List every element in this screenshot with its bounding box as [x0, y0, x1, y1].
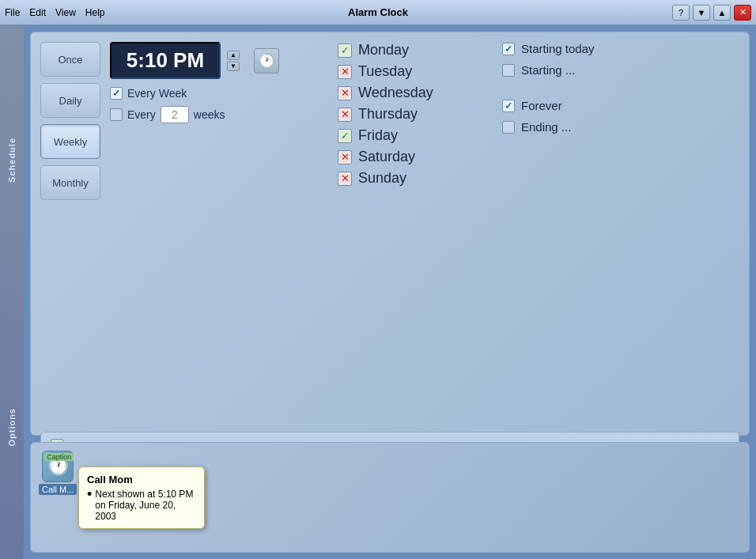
- sunday-label: Sunday: [358, 170, 406, 187]
- window-controls[interactable]: ? ▼ ▲ ✕: [672, 5, 751, 21]
- day-friday: ✓ Friday: [338, 127, 496, 144]
- once-button[interactable]: Once: [40, 42, 100, 77]
- forever-row: ✓ Forever: [502, 99, 739, 112]
- sidebar-tab-schedule[interactable]: Schedule: [4, 131, 20, 189]
- ending-label: Ending ...: [521, 120, 571, 134]
- daily-button[interactable]: Daily: [40, 83, 100, 118]
- day-monday: ✓ Monday: [338, 42, 496, 59]
- every-week-checkbox[interactable]: ✓: [110, 87, 123, 100]
- thursday-label: Thursday: [358, 106, 418, 123]
- schedule-center: 5:10 PM ▲ ▼ 🕐 ✓: [110, 42, 331, 425]
- menu-help[interactable]: Help: [85, 7, 105, 18]
- day-tuesday: ✕ Tuesday: [338, 63, 496, 80]
- wednesday-checkbox[interactable]: ✕: [338, 86, 352, 100]
- sunday-checkbox[interactable]: ✕: [338, 172, 352, 186]
- clock-picker-button[interactable]: 🕐: [254, 48, 279, 74]
- alarm-tooltip: Call Mom • Next shown at 5:10 PM on Frid…: [78, 466, 205, 529]
- window-title: Alarm Clock: [348, 6, 408, 18]
- menu-bar[interactable]: File Edit View Help: [5, 7, 105, 18]
- alarm-label: Call M...: [39, 484, 77, 495]
- monthly-button[interactable]: Monthly: [40, 165, 100, 200]
- thursday-checkbox[interactable]: ✕: [338, 108, 352, 122]
- title-bar: File Edit View Help Alarm Clock ? ▼ ▲ ✕: [0, 0, 756, 25]
- friday-checkbox[interactable]: ✓: [338, 129, 352, 143]
- every-label: Every: [127, 108, 156, 121]
- alarm-icon[interactable]: Caption 🕐: [42, 451, 74, 482]
- time-row: 5:10 PM ▲ ▼ 🕐: [110, 42, 331, 79]
- content-area: Once Daily Weekly Monthly 5:10 PM ▲ ▼: [24, 25, 756, 559]
- menu-file[interactable]: File: [5, 7, 20, 18]
- forever-label: Forever: [521, 99, 562, 112]
- every-n-weeks-row: Every 2 weeks: [110, 106, 331, 123]
- forever-checkbox[interactable]: ✓: [502, 100, 515, 112]
- wednesday-label: Wednesday: [358, 85, 433, 101]
- main-container: Schedule Options Once Daily Weekly Month…: [0, 25, 756, 559]
- tooltip-next-item: • Next shown at 5:10 PM on Friday, June …: [87, 489, 196, 522]
- monday-label: Monday: [358, 42, 409, 59]
- day-saturday: ✕ Saturday: [338, 149, 496, 165]
- schedule-type-buttons: Once Daily Weekly Monthly: [40, 42, 104, 425]
- tooltip-next-text: Next shown at 5:10 PM on Friday, June 20…: [95, 489, 196, 522]
- starting-date-row: Starting ...: [502, 63, 739, 77]
- starting-today-label: Starting today: [521, 42, 595, 55]
- starting-date-checkbox[interactable]: [502, 64, 515, 77]
- time-down-button[interactable]: ▼: [227, 62, 240, 71]
- every-week-row: ✓ Every Week: [110, 87, 331, 100]
- repeat-options: ✓ Every Week Every 2 weeks: [110, 87, 331, 123]
- help-button[interactable]: ?: [672, 5, 690, 21]
- tuesday-checkbox[interactable]: ✕: [338, 65, 352, 79]
- time-display[interactable]: 5:10 PM: [110, 42, 221, 79]
- weekly-button[interactable]: Weekly: [40, 124, 100, 159]
- friday-label: Friday: [358, 127, 398, 144]
- bottom-panel: Caption 🕐 Call M... Call Mom • Next show…: [30, 442, 750, 553]
- tooltip-title: Call Mom: [87, 474, 196, 485]
- day-wednesday: ✕ Wednesday: [338, 85, 496, 101]
- day-thursday: ✕ Thursday: [338, 106, 496, 123]
- weeks-label: weeks: [194, 108, 225, 121]
- menu-edit[interactable]: Edit: [29, 7, 46, 18]
- alarm-caption-badge: Caption: [44, 453, 74, 461]
- sidebar-tab-options[interactable]: Options: [4, 402, 20, 453]
- days-column: ✓ Monday ✕ Tuesday ✕ Wednesday ✕ Thursda…: [338, 42, 496, 425]
- monday-checkbox[interactable]: ✓: [338, 43, 352, 58]
- time-spinners[interactable]: ▲ ▼: [227, 51, 240, 71]
- minimize-button[interactable]: ▼: [693, 5, 710, 21]
- bullet-icon: •: [87, 487, 92, 501]
- saturday-checkbox[interactable]: ✕: [338, 150, 352, 164]
- menu-view[interactable]: View: [55, 7, 76, 18]
- every-n-weeks-checkbox[interactable]: [110, 108, 123, 121]
- alarm-item[interactable]: Caption 🕐 Call M... Call Mom • Next show…: [39, 451, 77, 495]
- tuesday-label: Tuesday: [358, 63, 412, 80]
- every-week-label: Every Week: [127, 87, 187, 100]
- close-button[interactable]: ✕: [734, 5, 751, 21]
- saturday-label: Saturday: [358, 149, 415, 165]
- time-up-button[interactable]: ▲: [227, 51, 240, 60]
- ending-checkbox[interactable]: [502, 121, 515, 134]
- starting-today-row: ✓ Starting today: [502, 42, 739, 55]
- right-column: ✓ Starting today Starting ... ✓ Forever: [502, 42, 739, 425]
- schedule-panel: Once Daily Weekly Monthly 5:10 PM ▲ ▼: [30, 32, 750, 436]
- left-sidebar: Schedule Options: [0, 25, 24, 559]
- day-sunday: ✕ Sunday: [338, 170, 496, 187]
- ending-row: Ending ...: [502, 120, 739, 134]
- starting-today-checkbox[interactable]: ✓: [502, 43, 515, 55]
- weeks-number-input[interactable]: 2: [161, 106, 189, 123]
- maximize-button[interactable]: ▲: [713, 5, 731, 21]
- starting-date-label: Starting ...: [521, 63, 575, 77]
